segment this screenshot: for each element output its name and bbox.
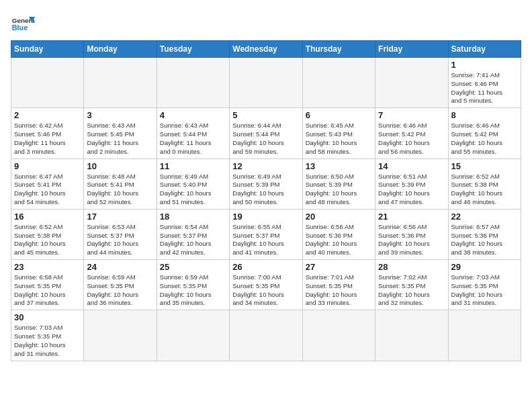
weekday-header-sunday: Sunday: [11, 41, 84, 58]
weekday-header-row: SundayMondayTuesdayWednesdayThursdayFrid…: [11, 41, 521, 58]
day-info: Sunrise: 6:46 AM Sunset: 5:42 PM Dayligh…: [378, 122, 445, 156]
day-number: 4: [160, 110, 226, 120]
day-number: 30: [14, 312, 81, 322]
calendar-cell: 20Sunrise: 6:56 AM Sunset: 5:36 PM Dayli…: [302, 209, 375, 259]
calendar-cell: 21Sunrise: 6:56 AM Sunset: 5:36 PM Dayli…: [375, 209, 448, 259]
day-info: Sunrise: 6:53 AM Sunset: 5:37 PM Dayligh…: [87, 223, 153, 257]
weekday-header-tuesday: Tuesday: [157, 41, 229, 58]
calendar-cell: [84, 310, 157, 361]
day-info: Sunrise: 6:51 AM Sunset: 5:39 PM Dayligh…: [378, 173, 445, 207]
calendar-cell: 5Sunrise: 6:44 AM Sunset: 5:44 PM Daylig…: [230, 108, 302, 158]
day-number: 20: [306, 212, 372, 222]
day-info: Sunrise: 6:52 AM Sunset: 5:38 PM Dayligh…: [14, 223, 81, 257]
day-info: Sunrise: 6:55 AM Sunset: 5:37 PM Dayligh…: [232, 223, 299, 257]
day-number: 5: [232, 110, 299, 120]
weekday-header-wednesday: Wednesday: [230, 41, 302, 58]
day-info: Sunrise: 6:59 AM Sunset: 5:35 PM Dayligh…: [160, 273, 226, 308]
day-number: 11: [160, 161, 226, 171]
day-number: 22: [451, 212, 518, 222]
calendar-cell: 7Sunrise: 6:46 AM Sunset: 5:42 PM Daylig…: [375, 108, 448, 158]
day-info: Sunrise: 6:43 AM Sunset: 5:45 PM Dayligh…: [87, 122, 153, 156]
day-info: Sunrise: 7:41 AM Sunset: 6:46 PM Dayligh…: [451, 71, 518, 105]
day-info: Sunrise: 6:56 AM Sunset: 5:36 PM Dayligh…: [378, 223, 445, 257]
day-info: Sunrise: 6:42 AM Sunset: 5:46 PM Dayligh…: [14, 122, 81, 156]
day-number: 29: [451, 262, 518, 272]
calendar-cell: 23Sunrise: 6:58 AM Sunset: 5:35 PM Dayli…: [11, 260, 84, 310]
calendar-cell: 10Sunrise: 6:48 AM Sunset: 5:41 PM Dayli…: [84, 158, 157, 209]
calendar-cell: 12Sunrise: 6:49 AM Sunset: 5:39 PM Dayli…: [230, 158, 302, 209]
day-info: Sunrise: 7:01 AM Sunset: 5:35 PM Dayligh…: [306, 273, 372, 308]
svg-text:Blue: Blue: [12, 24, 28, 32]
day-info: Sunrise: 6:49 AM Sunset: 5:40 PM Dayligh…: [160, 173, 226, 207]
day-info: Sunrise: 6:48 AM Sunset: 5:41 PM Dayligh…: [87, 173, 153, 207]
calendar-week-row: 23Sunrise: 6:58 AM Sunset: 5:35 PM Dayli…: [11, 260, 521, 310]
calendar-cell: 8Sunrise: 6:46 AM Sunset: 5:42 PM Daylig…: [448, 108, 521, 158]
day-number: 10: [87, 161, 153, 171]
calendar-cell: [157, 58, 229, 108]
calendar-cell: 14Sunrise: 6:51 AM Sunset: 5:39 PM Dayli…: [375, 158, 448, 209]
day-number: 17: [87, 212, 153, 222]
calendar-cell: [157, 310, 229, 361]
calendar-week-row: 16Sunrise: 6:52 AM Sunset: 5:38 PM Dayli…: [11, 209, 521, 259]
day-info: Sunrise: 6:44 AM Sunset: 5:44 PM Dayligh…: [232, 122, 299, 156]
calendar-week-row: 1Sunrise: 7:41 AM Sunset: 6:46 PM Daylig…: [11, 58, 521, 108]
day-info: Sunrise: 6:59 AM Sunset: 5:35 PM Dayligh…: [87, 273, 153, 308]
calendar-week-row: 30Sunrise: 7:03 AM Sunset: 5:35 PM Dayli…: [11, 310, 521, 361]
calendar-cell: 17Sunrise: 6:53 AM Sunset: 5:37 PM Dayli…: [84, 209, 157, 259]
calendar-cell: 28Sunrise: 7:02 AM Sunset: 5:35 PM Dayli…: [375, 260, 448, 310]
day-info: Sunrise: 6:46 AM Sunset: 5:42 PM Dayligh…: [451, 122, 518, 156]
day-info: Sunrise: 7:03 AM Sunset: 5:35 PM Dayligh…: [451, 273, 518, 308]
calendar-cell: [375, 58, 448, 108]
day-info: Sunrise: 6:43 AM Sunset: 5:44 PM Dayligh…: [160, 122, 226, 156]
day-info: Sunrise: 6:54 AM Sunset: 5:37 PM Dayligh…: [160, 223, 226, 257]
calendar-cell: 18Sunrise: 6:54 AM Sunset: 5:37 PM Dayli…: [157, 209, 229, 259]
day-info: Sunrise: 7:03 AM Sunset: 5:35 PM Dayligh…: [14, 324, 81, 358]
calendar-cell: [230, 58, 302, 108]
day-number: 18: [160, 212, 226, 222]
calendar-cell: 1Sunrise: 7:41 AM Sunset: 6:46 PM Daylig…: [448, 58, 521, 108]
day-number: 21: [378, 212, 445, 222]
weekday-header-monday: Monday: [84, 41, 157, 58]
day-number: 19: [232, 212, 299, 222]
calendar-cell: [11, 58, 84, 108]
calendar-cell: 30Sunrise: 7:03 AM Sunset: 5:35 PM Dayli…: [11, 310, 84, 361]
calendar-cell: 11Sunrise: 6:49 AM Sunset: 5:40 PM Dayli…: [157, 158, 229, 209]
day-info: Sunrise: 6:57 AM Sunset: 5:36 PM Dayligh…: [451, 223, 518, 257]
day-info: Sunrise: 6:50 AM Sunset: 5:39 PM Dayligh…: [306, 173, 372, 207]
day-number: 27: [306, 262, 372, 272]
calendar-cell: 13Sunrise: 6:50 AM Sunset: 5:39 PM Dayli…: [302, 158, 375, 209]
calendar-table: SundayMondayTuesdayWednesdayThursdayFrid…: [11, 40, 521, 361]
calendar-cell: 6Sunrise: 6:45 AM Sunset: 5:43 PM Daylig…: [302, 108, 375, 158]
day-number: 15: [451, 161, 518, 171]
day-number: 9: [14, 161, 81, 171]
day-number: 24: [87, 262, 153, 272]
day-info: Sunrise: 6:45 AM Sunset: 5:43 PM Dayligh…: [306, 122, 372, 156]
day-number: 1: [451, 60, 518, 70]
calendar-cell: [302, 58, 375, 108]
weekday-header-saturday: Saturday: [448, 41, 521, 58]
calendar-cell: [302, 310, 375, 361]
day-number: 2: [14, 110, 81, 120]
calendar-cell: 2Sunrise: 6:42 AM Sunset: 5:46 PM Daylig…: [11, 108, 84, 158]
day-number: 6: [306, 110, 372, 120]
calendar-cell: [230, 310, 302, 361]
day-number: 26: [232, 262, 299, 272]
day-info: Sunrise: 7:02 AM Sunset: 5:35 PM Dayligh…: [378, 273, 445, 308]
day-number: 8: [451, 110, 518, 120]
calendar-cell: 19Sunrise: 6:55 AM Sunset: 5:37 PM Dayli…: [230, 209, 302, 259]
day-info: Sunrise: 7:00 AM Sunset: 5:35 PM Dayligh…: [232, 273, 299, 308]
logo: General Blue: [11, 11, 35, 35]
calendar-cell: [84, 58, 157, 108]
calendar-cell: 16Sunrise: 6:52 AM Sunset: 5:38 PM Dayli…: [11, 209, 84, 259]
calendar-cell: 27Sunrise: 7:01 AM Sunset: 5:35 PM Dayli…: [302, 260, 375, 310]
day-info: Sunrise: 6:58 AM Sunset: 5:35 PM Dayligh…: [14, 273, 81, 308]
calendar-week-row: 2Sunrise: 6:42 AM Sunset: 5:46 PM Daylig…: [11, 108, 521, 158]
page-header: General Blue: [11, 11, 521, 35]
calendar-cell: 9Sunrise: 6:47 AM Sunset: 5:41 PM Daylig…: [11, 158, 84, 209]
day-number: 23: [14, 262, 81, 272]
day-info: Sunrise: 6:56 AM Sunset: 5:36 PM Dayligh…: [306, 223, 372, 257]
weekday-header-friday: Friday: [375, 41, 448, 58]
day-number: 12: [232, 161, 299, 171]
day-number: 14: [378, 161, 445, 171]
calendar-week-row: 9Sunrise: 6:47 AM Sunset: 5:41 PM Daylig…: [11, 158, 521, 209]
